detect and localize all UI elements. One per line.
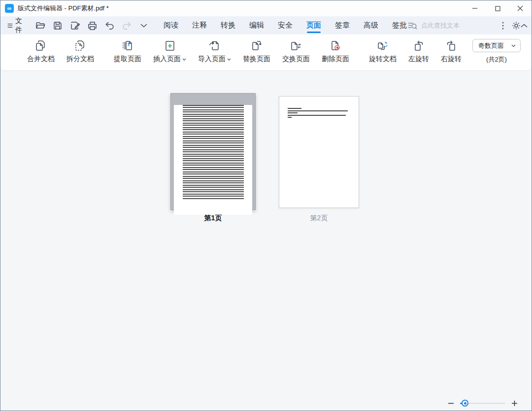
tab-signature[interactable]: 签章 (334, 17, 351, 34)
hamburger-icon (7, 22, 13, 29)
file-menu-label: 文件 (15, 17, 25, 34)
ribbon-tabs: 阅读 注释 转换 编辑 安全 页面 签章 高级 签批 (163, 17, 408, 34)
extract-pages-button[interactable]: 提取页面 (109, 37, 146, 66)
page-range-value: 奇数页面 (478, 41, 504, 50)
page-2-thumbnail[interactable] (279, 96, 359, 208)
button-label: 插入页面 (153, 55, 186, 64)
undo-button[interactable] (102, 19, 116, 32)
import-pages-icon (208, 39, 221, 52)
zoom-in-button[interactable] (511, 400, 518, 407)
page-1-preview (174, 105, 252, 215)
settings-button[interactable] (512, 20, 521, 32)
kebab-menu-icon (502, 22, 504, 30)
merge-document-button[interactable]: 合并文档 (22, 37, 60, 66)
rotate-left-icon (412, 39, 425, 52)
title-bar: ∞ 版式文件编辑器 - PDF素材.pdf * (0, 0, 532, 16)
redo-button[interactable] (120, 19, 133, 32)
find-text-icon (408, 21, 417, 30)
window-controls (464, 0, 532, 16)
gear-icon (512, 21, 521, 30)
pages-ribbon: 合并文档 拆分文档 提取页面 插入页面 (0, 34, 532, 71)
insert-pages-icon (164, 39, 176, 52)
tab-pages[interactable]: 页面 (305, 17, 322, 34)
replace-pages-button[interactable]: 替换页面 (238, 37, 275, 66)
close-button[interactable] (509, 0, 532, 16)
zoom-out-button[interactable] (448, 400, 454, 407)
print-button[interactable] (85, 19, 99, 32)
save-as-icon (70, 21, 80, 30)
dropdown-caret-icon (511, 44, 516, 47)
page-2-label: 第2页 (276, 214, 362, 223)
rotate-group: 旋转文档 左旋转 右旋转 奇数页面 (共2页) (364, 37, 525, 66)
page-1-label: 第1页 (170, 214, 256, 223)
redo-icon (122, 21, 132, 30)
rotate-left-button[interactable]: 左旋转 (403, 37, 434, 66)
delete-pages-button[interactable]: 删除页面 (317, 37, 354, 66)
split-document-button[interactable]: 拆分文档 (62, 37, 99, 66)
tab-read[interactable]: 阅读 (163, 17, 179, 34)
plus-icon (511, 400, 518, 407)
swap-pages-icon (290, 39, 302, 52)
window-title: 版式文件编辑器 - PDF素材.pdf * (18, 4, 109, 13)
extract-pages-icon (121, 39, 134, 52)
minus-icon (448, 400, 454, 407)
quick-access-toolbar (33, 19, 151, 32)
chevron-down-icon (140, 24, 147, 28)
page-2-text-content (288, 108, 359, 118)
page-range-dropdown[interactable]: 奇数页面 (472, 39, 521, 52)
rotate-right-button[interactable]: 右旋转 (436, 37, 466, 66)
search-box (408, 21, 495, 30)
zoom-slider[interactable] (460, 400, 505, 407)
button-label: 左旋转 (408, 55, 429, 64)
rotate-right-icon (445, 39, 458, 52)
zoom-slider-handle[interactable] (462, 400, 468, 407)
dropdown-caret-icon (182, 58, 186, 61)
minimize-button[interactable] (464, 0, 486, 16)
collapse-ribbon-button[interactable] (521, 20, 528, 32)
dropdown-caret-icon (227, 58, 231, 61)
swap-pages-button[interactable]: 交换页面 (277, 37, 315, 66)
button-label: 旋转文档 (369, 55, 397, 64)
button-label: 导入页面 (198, 55, 231, 64)
insert-pages-button[interactable]: 插入页面 (148, 37, 191, 66)
page-edit-group: 提取页面 插入页面 导入页面 (109, 37, 354, 66)
customize-toolbar-button[interactable] (137, 19, 151, 32)
tab-edit[interactable]: 编辑 (248, 17, 265, 34)
tab-approval[interactable]: 签批 (391, 17, 408, 34)
page-1-text-content (183, 105, 244, 199)
page-count-note: (共2页) (486, 55, 507, 64)
chevron-up-icon (521, 24, 528, 28)
button-label: 删除页面 (322, 55, 349, 64)
page-thumbnails-canvas: 第1页 第2页 (0, 71, 532, 411)
file-menu-button[interactable]: 文件 (5, 15, 27, 36)
page-range-control: 奇数页面 (共2页) (472, 39, 521, 64)
delete-pages-icon (329, 39, 342, 52)
search-input[interactable] (421, 22, 495, 29)
page-1-thumbnail[interactable] (170, 93, 256, 210)
button-label: 右旋转 (441, 55, 462, 64)
button-label: 替换页面 (243, 55, 270, 64)
maximize-button[interactable] (486, 0, 509, 16)
open-file-button[interactable] (33, 19, 47, 32)
tab-convert[interactable]: 转换 (220, 17, 236, 34)
import-pages-button[interactable]: 导入页面 (193, 37, 236, 66)
button-label: 合并文档 (27, 55, 55, 64)
zoom-bar (448, 400, 518, 407)
save-as-button[interactable] (68, 19, 82, 32)
button-label: 提取页面 (114, 55, 141, 64)
print-icon (88, 21, 97, 30)
button-label: 交换页面 (282, 55, 310, 64)
folder-open-icon (35, 21, 45, 30)
save-icon (53, 21, 62, 30)
save-button[interactable] (51, 19, 65, 32)
document-group: 合并文档 拆分文档 (22, 37, 99, 66)
app-logo-icon: ∞ (5, 4, 14, 13)
tab-advanced[interactable]: 高级 (363, 17, 379, 34)
split-document-icon (74, 39, 87, 52)
more-options-button[interactable] (502, 20, 504, 32)
tab-security[interactable]: 安全 (277, 17, 294, 34)
tab-annotate[interactable]: 注释 (191, 17, 208, 34)
rotate-document-button[interactable]: 旋转文档 (364, 37, 401, 66)
menu-bar: 文件 (0, 16, 532, 34)
button-label: 拆分文档 (66, 55, 94, 64)
